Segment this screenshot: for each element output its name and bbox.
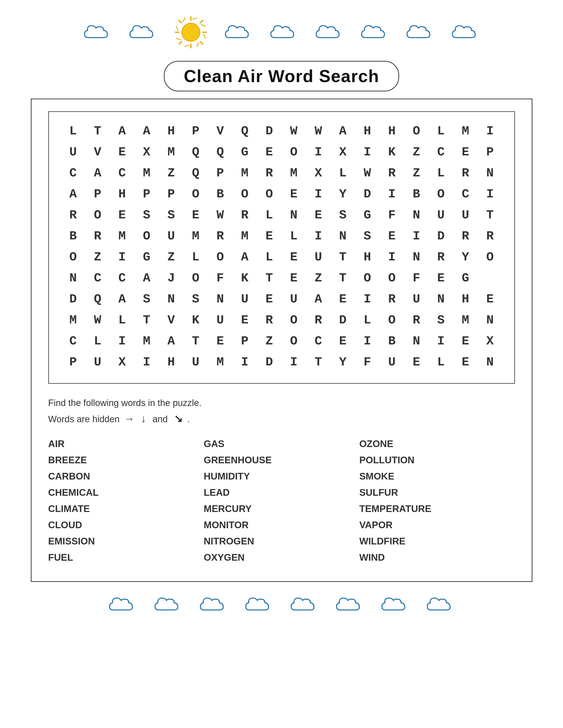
cloud-icon-3 <box>223 21 254 44</box>
cloud-icon-b6 <box>334 594 365 617</box>
grid-cell-3-10: I <box>306 185 331 204</box>
grid-cell-2-2: C <box>110 164 134 183</box>
grid-cell-9-3: T <box>134 311 159 330</box>
grid-cell-9-2: L <box>110 311 134 330</box>
word-item-temperature: TEMPERATURE <box>359 501 515 516</box>
grid-cell-5-6: R <box>208 227 233 246</box>
cloud-icon-7 <box>405 21 436 44</box>
grid-cell-11-8: D <box>257 353 282 372</box>
grid-cell-11-0: P <box>61 353 85 372</box>
grid-cell-5-17: R <box>478 227 502 246</box>
grid-cell-0-11: A <box>331 121 355 141</box>
grid-cell-8-13: R <box>380 290 404 309</box>
grid-cell-8-8: E <box>257 290 282 309</box>
grid-cell-11-3: I <box>134 353 159 372</box>
grid-cell-4-9: N <box>282 206 306 225</box>
grid-cell-3-12: D <box>355 185 380 204</box>
grid-cell-2-1: A <box>85 164 110 183</box>
grid-cell-4-14: N <box>404 206 429 225</box>
grid-cell-10-13: B <box>380 332 404 351</box>
grid-cell-2-8: R <box>257 164 282 183</box>
word-item-oxygen: OXYGEN <box>204 550 359 564</box>
grid-cell-2-9: M <box>282 164 306 183</box>
grid-cell-7-16: G <box>453 269 478 288</box>
grid-cell-2-5: Q <box>183 164 208 183</box>
grid-cell-3-5: O <box>183 185 208 204</box>
grid-cell-9-14: R <box>404 311 429 330</box>
grid-cell-9-17: N <box>478 311 502 330</box>
grid-cell-5-5: M <box>183 227 208 246</box>
grid-cell-3-16: C <box>453 185 478 204</box>
grid-row-7: NCCAJOFKTEZTOOFEG <box>61 269 502 288</box>
grid-row-9: MWLTVKUERORDLORSMN <box>61 311 502 330</box>
grid-cell-7-4: J <box>159 269 183 288</box>
grid-cell-0-1: T <box>85 121 110 141</box>
grid-cell-11-15: L <box>429 353 453 372</box>
grid-cell-0-9: W <box>282 121 306 141</box>
grid-cell-4-12: G <box>355 206 380 225</box>
svg-line-10 <box>201 23 205 27</box>
grid-cell-6-14: N <box>404 248 429 267</box>
arrow-right-icon: → <box>124 413 134 424</box>
grid-cell-10-14: N <box>404 332 429 351</box>
grid-cell-1-1: V <box>85 142 110 162</box>
grid-cell-7-5: O <box>183 269 208 288</box>
grid-cell-1-13: K <box>380 142 404 162</box>
grid-cell-7-17 <box>478 269 502 288</box>
cloud-icon-b1 <box>107 594 138 617</box>
grid-cell-11-12: F <box>355 353 380 372</box>
grid-cell-8-12: I <box>355 290 380 309</box>
grid-cell-9-1: W <box>85 311 110 330</box>
grid-cell-3-1: P <box>85 185 110 204</box>
grid-cell-2-7: M <box>232 164 257 183</box>
title-container: Clean Air Word Search <box>19 61 544 91</box>
svg-line-8 <box>179 42 181 44</box>
grid-cell-10-10: C <box>306 332 331 351</box>
grid-cell-4-3: S <box>134 206 159 225</box>
grid-cell-6-17: O <box>478 248 502 267</box>
grid-cell-7-15: E <box>429 269 453 288</box>
word-item-ozone: OZONE <box>359 437 515 451</box>
word-search-grid: LTAAHPVQDWWAHHOLMIUVEXMQQGEOIXIKZCEPCACM… <box>48 111 515 384</box>
grid-cell-4-7: R <box>232 206 257 225</box>
grid-cell-11-6: M <box>208 353 233 372</box>
grid-cell-6-10: U <box>306 248 331 267</box>
svg-line-6 <box>200 42 203 44</box>
grid-cell-7-7: K <box>232 269 257 288</box>
grid-cell-5-10: I <box>306 227 331 246</box>
word-list: AIRBREEZECARBONCHEMICALCLIMATECLOUDEMISS… <box>48 437 515 564</box>
grid-cell-7-14: F <box>404 269 429 288</box>
grid-cell-7-10: Z <box>306 269 331 288</box>
grid-cell-11-10: T <box>306 353 331 372</box>
svg-line-5 <box>179 20 181 23</box>
grid-cell-5-1: R <box>85 227 110 246</box>
grid-cell-4-10: E <box>306 206 331 225</box>
grid-cell-4-8: L <box>257 206 282 225</box>
grid-cell-4-6: W <box>208 206 233 225</box>
word-item-cloud: CLOUD <box>48 518 204 532</box>
grid-cell-0-3: A <box>134 121 159 141</box>
grid-cell-0-15: L <box>429 121 453 141</box>
grid-cell-10-4: A <box>159 332 183 351</box>
grid-cell-2-11: L <box>331 164 355 183</box>
grid-cell-2-13: R <box>380 164 404 183</box>
grid-cell-6-15: R <box>429 248 453 267</box>
grid-cell-11-7: I <box>232 353 257 372</box>
word-item-humidity: HUMIDITY <box>204 469 359 483</box>
grid-cell-0-14: O <box>404 121 429 141</box>
grid-cell-3-13: I <box>380 185 404 204</box>
grid-cell-0-16: M <box>453 121 478 141</box>
grid-cell-2-10: X <box>306 164 331 183</box>
word-item-mercury: MERCURY <box>204 501 359 516</box>
grid-cell-10-9: O <box>282 332 306 351</box>
grid-cell-5-3: O <box>134 227 159 246</box>
grid-cell-4-13: F <box>380 206 404 225</box>
grid-cell-0-0: L <box>61 121 85 141</box>
grid-cell-3-14: B <box>404 185 429 204</box>
grid-cell-8-4: N <box>159 290 183 309</box>
grid-cell-10-11: E <box>331 332 355 351</box>
grid-cell-3-7: O <box>232 185 257 204</box>
grid-row-3: APHPPOBOOEIYDIBOCI <box>61 185 502 204</box>
grid-cell-1-8: E <box>257 142 282 162</box>
grid-cell-2-16: R <box>453 164 478 183</box>
